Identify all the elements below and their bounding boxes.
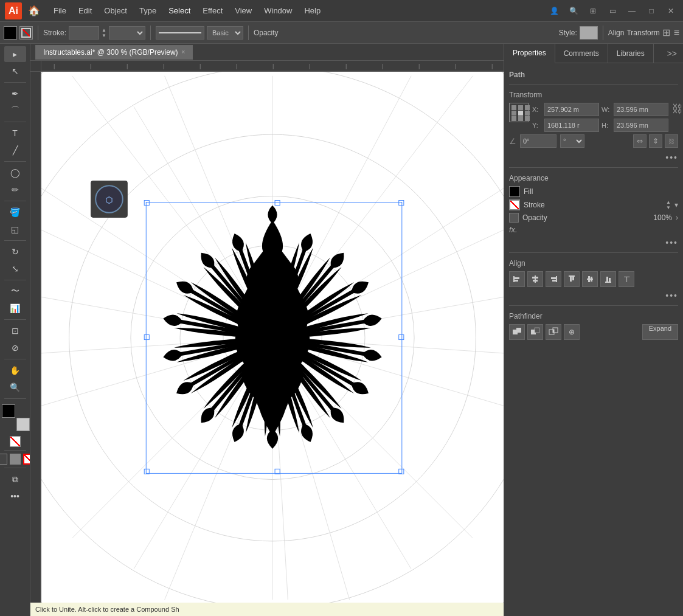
fill-color[interactable] xyxy=(509,186,520,197)
pf-intersect[interactable] xyxy=(546,324,561,340)
tab-comments[interactable]: Comments xyxy=(555,44,608,63)
menu-file[interactable]: File xyxy=(49,4,71,18)
type-tool[interactable]: T xyxy=(4,125,26,141)
artboard-tool[interactable]: ⊡ xyxy=(4,323,26,339)
grid-icon[interactable]: ⊞ xyxy=(662,27,670,38)
handle-tl[interactable] xyxy=(144,201,149,206)
constrain-icon[interactable]: ⛓ xyxy=(672,103,683,116)
graph-tool[interactable]: 📊 xyxy=(4,300,26,316)
profile-icon[interactable]: 👤 xyxy=(547,4,561,18)
pf-minus-front[interactable] xyxy=(527,324,543,340)
handle-tr[interactable] xyxy=(399,201,404,206)
warp-tool[interactable]: 〜 xyxy=(4,283,26,299)
style-dropdown[interactable]: Basic xyxy=(207,26,243,40)
zoom-tool[interactable]: 🔍 xyxy=(4,379,26,395)
align-right-edges[interactable] xyxy=(546,271,561,287)
background-color[interactable] xyxy=(16,418,30,431)
y-input[interactable] xyxy=(544,119,599,132)
workspace-icon[interactable]: ⊞ xyxy=(586,4,600,18)
direct-select-tool[interactable]: ↖ xyxy=(4,63,26,79)
menu-window[interactable]: Window xyxy=(259,4,297,18)
pencil-tool[interactable]: ✏ xyxy=(4,182,26,198)
curvature-tool[interactable]: ⌒ xyxy=(4,103,26,119)
home-icon[interactable]: 🏠 xyxy=(27,4,41,18)
align-more-btn[interactable]: ••• xyxy=(665,291,678,300)
line-tool[interactable]: ╱ xyxy=(4,142,26,158)
opacity-checkbox[interactable] xyxy=(509,213,519,223)
canvas-svg[interactable]: ⬡ xyxy=(41,72,504,604)
transform-more-btn[interactable]: ••• xyxy=(665,153,678,162)
stroke-color[interactable] xyxy=(509,199,520,210)
h-input[interactable] xyxy=(614,119,668,132)
tab-libraries[interactable]: Libraries xyxy=(608,44,654,63)
mandala-full[interactable] xyxy=(162,227,383,449)
menu-edit[interactable]: Edit xyxy=(74,4,97,18)
align-top-edges[interactable] xyxy=(564,271,580,287)
align-vertical-centers[interactable] xyxy=(582,271,598,287)
stroke-arrows[interactable]: ▲ ▼ xyxy=(666,199,671,210)
color-mode-1[interactable] xyxy=(0,454,7,465)
maximize-icon[interactable]: □ xyxy=(644,4,659,18)
handle-ml[interactable] xyxy=(144,334,149,339)
tab-properties[interactable]: Properties xyxy=(504,44,555,63)
flip-v-btn[interactable]: ⇕ xyxy=(649,134,662,148)
stroke-dropdown-arrow[interactable]: ▾ xyxy=(674,201,678,209)
distribute-top[interactable]: ⊤ xyxy=(619,271,634,287)
slice-tool[interactable]: ⊘ xyxy=(4,340,26,356)
scale-tool[interactable]: ⤡ xyxy=(4,261,26,277)
pen-tool[interactable]: ✒ xyxy=(4,86,26,102)
panel-icon[interactable]: ▭ xyxy=(605,4,620,18)
handle-tm[interactable] xyxy=(275,201,280,206)
color-mode-2[interactable] xyxy=(10,454,21,465)
opacity-chevron[interactable]: › xyxy=(676,213,678,222)
stroke-spinner[interactable]: ▲ ▼ xyxy=(102,27,106,38)
align-btn[interactable]: Align xyxy=(608,29,625,37)
align-left-edges[interactable] xyxy=(509,271,525,287)
w-input[interactable] xyxy=(614,103,668,116)
paint-bucket[interactable]: 🪣 xyxy=(4,204,26,220)
hamburger-icon[interactable]: ≡ xyxy=(674,27,679,38)
search-icon[interactable]: 🔍 xyxy=(566,4,581,18)
minimize-icon[interactable]: — xyxy=(625,4,639,18)
stroke-icon[interactable] xyxy=(19,26,33,40)
canvas-viewport[interactable]: | | | | | | | | | | | | | xyxy=(30,61,504,616)
pf-unite[interactable] xyxy=(509,324,525,340)
angle-unit-dropdown[interactable]: ° xyxy=(560,134,584,148)
more-tools[interactable]: ••• xyxy=(4,488,26,504)
align-bottom-edges[interactable] xyxy=(600,271,616,287)
mandala-main[interactable] xyxy=(268,206,277,224)
tab-close-btn[interactable]: × xyxy=(182,49,185,55)
transform-btn[interactable]: Transform xyxy=(626,29,659,37)
canvas-tab-main[interactable]: Instructables.ai* @ 300 % (RGB/Preview) … xyxy=(35,45,193,60)
color-mode-3[interactable] xyxy=(23,454,31,465)
menu-type[interactable]: Type xyxy=(134,4,161,18)
transform-extra[interactable]: ⛓ xyxy=(665,134,678,148)
select-tool[interactable]: ▸ xyxy=(4,46,26,62)
flip-h-btn[interactable]: ⇔ xyxy=(633,134,647,148)
gradient-tool[interactable]: ◱ xyxy=(4,221,26,237)
rotate-tool[interactable]: ↻ xyxy=(4,244,26,260)
foreground-color[interactable] xyxy=(2,404,15,418)
menu-select[interactable]: Select xyxy=(164,4,195,18)
appearance-more-btn[interactable]: ••• xyxy=(665,238,678,247)
menu-object[interactable]: Object xyxy=(99,4,132,18)
style-color-box[interactable] xyxy=(580,26,598,40)
transform-reference-point[interactable] xyxy=(509,103,529,122)
fill-color-box[interactable] xyxy=(4,26,17,40)
stroke-style-box[interactable] xyxy=(156,26,204,40)
handle-mr[interactable] xyxy=(399,334,404,339)
menu-effect[interactable]: Effect xyxy=(198,4,227,18)
symbol-tool[interactable]: ⧉ xyxy=(4,471,26,487)
shape-tool[interactable]: ◯ xyxy=(4,165,26,181)
menu-help[interactable]: Help xyxy=(299,4,325,18)
no-fill-icon[interactable] xyxy=(10,436,21,447)
canvas-content[interactable]: ⬡ xyxy=(41,72,504,604)
pathfinder-expand-btn[interactable]: Expand xyxy=(642,324,678,340)
stroke-unit-dropdown[interactable] xyxy=(109,26,145,40)
close-icon[interactable]: ✕ xyxy=(664,4,678,18)
panel-more-tabs[interactable]: >> xyxy=(661,49,683,58)
pf-exclude[interactable]: ⊕ xyxy=(564,324,580,340)
hand-tool[interactable]: ✋ xyxy=(4,362,26,378)
align-horizontal-centers[interactable] xyxy=(527,271,543,287)
stroke-value-input[interactable] xyxy=(69,26,99,40)
